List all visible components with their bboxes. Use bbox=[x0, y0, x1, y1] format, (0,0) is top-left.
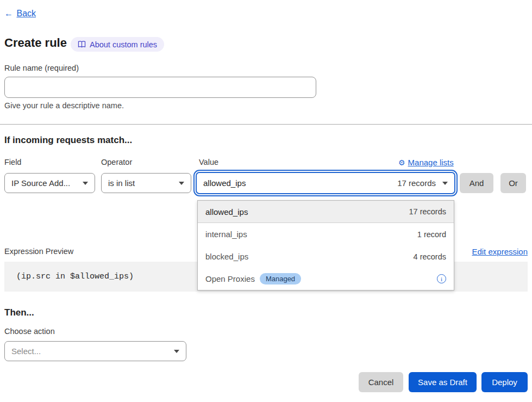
dropdown-option-open-proxies[interactable]: Open Proxies Managed i bbox=[198, 268, 454, 290]
info-icon[interactable]: i bbox=[437, 274, 446, 283]
book-icon bbox=[78, 41, 86, 48]
value-select-records: 17 records bbox=[397, 178, 436, 188]
field-select-value: IP Source Add... bbox=[11, 178, 70, 188]
rule-name-input[interactable] bbox=[4, 77, 316, 98]
option-records: 17 records bbox=[409, 207, 446, 216]
chevron-down-icon bbox=[442, 182, 448, 185]
value-dropdown-menu: allowed_ips 17 records internal_ips 1 re… bbox=[197, 200, 454, 290]
then-section-heading: Then... bbox=[4, 307, 34, 318]
chevron-down-icon bbox=[83, 182, 88, 185]
action-select-placeholder: Select... bbox=[11, 347, 41, 356]
operator-select[interactable]: is in list bbox=[101, 173, 191, 193]
dropdown-option-blocked-ips[interactable]: blocked_ips 4 records bbox=[198, 245, 454, 268]
option-name: internal_ips bbox=[205, 230, 247, 239]
option-name: blocked_ips bbox=[205, 252, 248, 261]
deploy-button[interactable]: Deploy bbox=[481, 372, 528, 392]
chevron-down-icon bbox=[179, 182, 184, 185]
create-rule-page: ← Back Create rule About custom rules Ru… bbox=[0, 0, 532, 402]
back-link[interactable]: ← Back bbox=[4, 9, 36, 18]
option-records: 1 record bbox=[417, 230, 446, 239]
about-badge-label: About custom rules bbox=[90, 40, 157, 49]
expression-code: (ip.src in $allowed_ips) bbox=[16, 272, 134, 281]
operator-select-value: is in list bbox=[108, 178, 135, 188]
expression-preview-label: Expression Preview bbox=[4, 247, 73, 256]
option-name: allowed_ips bbox=[205, 207, 248, 217]
chevron-down-icon bbox=[174, 350, 179, 353]
save-as-draft-button[interactable]: Save as Draft bbox=[409, 372, 477, 392]
value-select-value: allowed_ips bbox=[203, 178, 246, 188]
back-label: Back bbox=[16, 9, 36, 18]
dropdown-option-internal-ips[interactable]: internal_ips 1 record bbox=[198, 223, 454, 245]
page-title: Create rule bbox=[4, 36, 67, 50]
rule-name-help: Give your rule a descriptive name. bbox=[4, 101, 124, 110]
gear-icon: ⚙ bbox=[398, 158, 405, 167]
choose-action-label: Choose action bbox=[4, 327, 55, 336]
option-records: 4 records bbox=[414, 252, 446, 261]
and-button[interactable]: And bbox=[460, 173, 493, 193]
value-select[interactable]: allowed_ips 17 records bbox=[196, 172, 455, 194]
rule-name-label: Rule name (required) bbox=[4, 64, 79, 72]
manage-lists-link[interactable]: ⚙ Manage lists bbox=[398, 158, 454, 167]
about-custom-rules-link[interactable]: About custom rules bbox=[71, 37, 164, 52]
back-arrow-icon: ← bbox=[4, 9, 13, 18]
value-label: Value bbox=[199, 158, 218, 166]
edit-expression-link[interactable]: Edit expression bbox=[472, 247, 528, 256]
action-select[interactable]: Select... bbox=[4, 341, 186, 361]
field-select[interactable]: IP Source Add... bbox=[4, 173, 95, 193]
field-label: Field bbox=[4, 158, 21, 166]
managed-badge: Managed bbox=[260, 273, 301, 285]
match-section-heading: If incoming requests match... bbox=[4, 135, 132, 146]
or-button[interactable]: Or bbox=[500, 173, 526, 193]
manage-lists-label: Manage lists bbox=[408, 158, 454, 167]
operator-label: Operator bbox=[101, 158, 132, 166]
cancel-button[interactable]: Cancel bbox=[359, 372, 403, 392]
section-divider bbox=[0, 124, 532, 125]
dropdown-option-allowed-ips[interactable]: allowed_ips 17 records bbox=[198, 201, 454, 223]
option-name: Open Proxies bbox=[205, 274, 255, 283]
